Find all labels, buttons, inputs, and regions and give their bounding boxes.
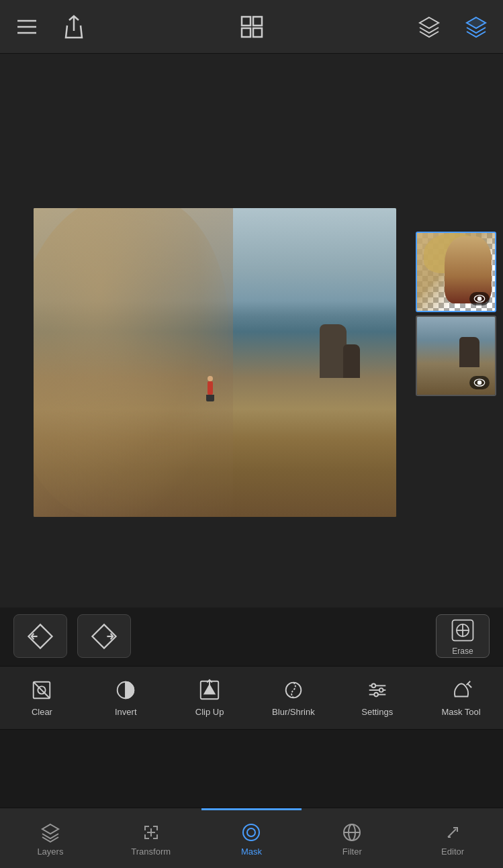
svg-marker-8 — [420, 17, 439, 28]
toolbar-right — [416, 13, 490, 40]
mask-tool-label: Mask Tool — [441, 707, 480, 717]
rock-formation — [306, 311, 360, 378]
blur-shrink-label: Blur/Shrink — [272, 707, 315, 717]
girl-legs — [206, 395, 214, 401]
layers-stack-icon[interactable] — [416, 13, 443, 40]
layers-panel — [416, 232, 496, 396]
toolbar-left — [13, 13, 87, 40]
image-inner — [34, 208, 396, 517]
svg-point-11 — [477, 297, 481, 300]
settings-action[interactable]: Settings — [335, 673, 419, 722]
erase-button[interactable]: Erase — [436, 614, 490, 658]
nav-transform[interactable]: Transform — [101, 808, 201, 868]
invert-action[interactable]: Invert — [84, 673, 168, 722]
svg-point-37 — [243, 824, 259, 840]
nav-mask[interactable]: Mask — [201, 808, 302, 868]
nav-filter[interactable]: Filter — [302, 808, 402, 868]
top-toolbar — [0, 0, 503, 54]
list-icon[interactable] — [13, 13, 40, 40]
nav-editor-label: Editor — [441, 847, 464, 857]
layer-2-rocks — [459, 337, 479, 367]
nav-editor[interactable]: Editor — [402, 808, 503, 868]
svg-point-32 — [379, 688, 383, 692]
layer-thumb-2[interactable] — [416, 316, 496, 396]
paint-back-button[interactable] — [13, 614, 67, 658]
clear-label: Clear — [32, 707, 52, 717]
blur-shrink-action[interactable]: Blur/Shrink — [251, 673, 335, 722]
svg-point-31 — [371, 684, 375, 688]
svg-point-27 — [286, 683, 302, 698]
svg-marker-25 — [205, 685, 215, 693]
girl-figure — [204, 376, 216, 399]
canvas-area — [0, 54, 503, 665]
paint-forward-button[interactable] — [77, 614, 131, 658]
rock-small — [343, 344, 360, 378]
svg-rect-5 — [253, 17, 262, 26]
layer-2-visibility-toggle[interactable] — [469, 376, 490, 389]
clip-up-action[interactable]: Clip Up — [168, 673, 252, 722]
svg-rect-4 — [242, 17, 250, 26]
svg-point-38 — [247, 828, 255, 836]
actions-bar: Clear Invert Clip Up Blur/Shrink — [0, 666, 503, 730]
share-icon[interactable] — [60, 13, 87, 40]
active-layers-icon[interactable] — [463, 13, 490, 40]
svg-marker-36 — [42, 824, 58, 834]
svg-line-42 — [448, 829, 456, 837]
svg-point-13 — [477, 381, 481, 384]
erase-label: Erase — [452, 646, 473, 656]
nav-layers[interactable]: Layers — [0, 808, 101, 868]
rock-main — [320, 324, 347, 378]
svg-line-21 — [34, 682, 50, 699]
svg-rect-7 — [253, 28, 262, 37]
portrait-overlay — [34, 208, 233, 517]
nav-layers-label: Layers — [37, 847, 63, 857]
main-canvas-image[interactable] — [34, 208, 396, 517]
settings-label: Settings — [361, 707, 393, 717]
girl-body — [208, 381, 213, 395]
layer-thumb-1[interactable] — [416, 232, 496, 312]
girl-head — [208, 376, 213, 381]
nav-transform-label: Transform — [131, 847, 171, 857]
tool-area: Erase — [0, 608, 503, 665]
bottom-nav: Layers Transform Mask Filter — [0, 808, 503, 868]
svg-point-33 — [374, 693, 378, 697]
clear-action[interactable]: Clear — [0, 673, 84, 722]
toolbar-center — [238, 13, 265, 40]
grid-icon[interactable] — [238, 13, 265, 40]
mask-tool-action[interactable]: Mask Tool — [419, 673, 503, 722]
clip-up-label: Clip Up — [195, 707, 224, 717]
nav-filter-label: Filter — [342, 847, 362, 857]
layer-1-visibility-toggle[interactable] — [469, 292, 490, 305]
invert-label: Invert — [115, 707, 137, 717]
svg-line-35 — [467, 684, 471, 688]
nav-mask-label: Mask — [241, 847, 262, 857]
svg-marker-9 — [467, 17, 486, 28]
svg-rect-6 — [242, 28, 250, 37]
